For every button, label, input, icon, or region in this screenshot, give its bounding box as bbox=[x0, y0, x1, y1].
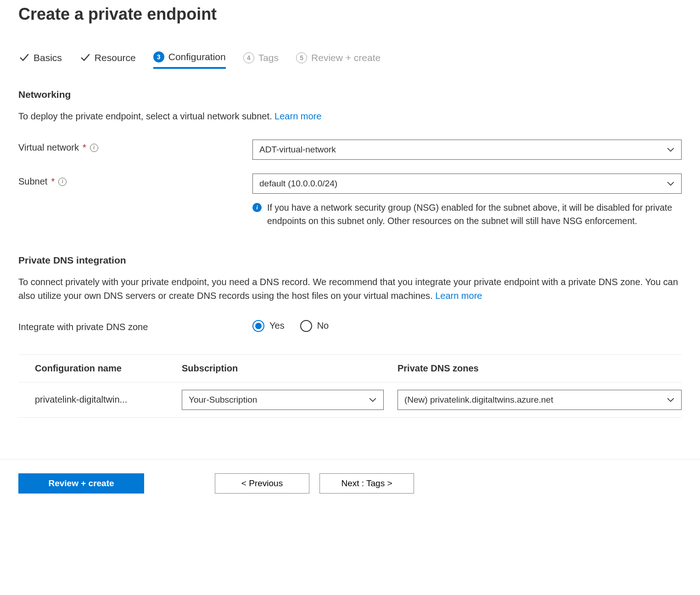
select-value: (New) privatelink.digitaltwins.azure.net bbox=[404, 395, 553, 405]
footer-divider bbox=[0, 459, 700, 460]
tab-label: Tags bbox=[258, 52, 279, 63]
column-subscription: Subscription bbox=[182, 363, 398, 374]
chevron-down-icon bbox=[666, 180, 675, 188]
cell-configuration-name: privatelink-digitaltwin... bbox=[35, 394, 182, 405]
checkmark-icon bbox=[18, 52, 29, 63]
learn-more-link[interactable]: Learn more bbox=[435, 291, 482, 301]
learn-more-link[interactable]: Learn more bbox=[274, 111, 321, 121]
dns-heading: Private DNS integration bbox=[18, 255, 682, 266]
virtual-network-label: Virtual network * i bbox=[18, 140, 252, 153]
dns-zones-table: Configuration name Subscription Private … bbox=[18, 354, 682, 418]
wizard-tabs: Basics Resource 3 Configuration 4 Tags 5… bbox=[18, 51, 682, 69]
integrate-dns-radio-group: Yes No bbox=[252, 319, 329, 332]
radio-icon bbox=[252, 320, 264, 332]
column-configuration-name: Configuration name bbox=[35, 363, 182, 374]
radio-yes[interactable]: Yes bbox=[252, 320, 285, 332]
tab-label: Basics bbox=[34, 52, 62, 63]
required-asterisk-icon: * bbox=[51, 176, 55, 187]
info-icon: i bbox=[252, 203, 262, 212]
table-header: Configuration name Subscription Private … bbox=[18, 355, 682, 382]
networking-description: To deploy the private endpoint, select a… bbox=[18, 109, 682, 123]
tab-label: Resource bbox=[95, 52, 136, 63]
column-private-dns-zones: Private DNS zones bbox=[398, 363, 682, 374]
select-value: ADT-virtual-network bbox=[259, 145, 336, 155]
page-title: Create a private endpoint bbox=[18, 5, 682, 24]
tab-label: Review + create bbox=[311, 52, 381, 63]
networking-heading: Networking bbox=[18, 89, 682, 100]
checkmark-icon bbox=[79, 52, 90, 63]
info-icon[interactable]: i bbox=[90, 144, 98, 152]
tab-tags[interactable]: 4 Tags bbox=[243, 52, 279, 68]
next-button[interactable]: Next : Tags > bbox=[319, 473, 414, 494]
step-number-icon: 5 bbox=[296, 52, 307, 63]
nsg-note: i If you have a network security group (… bbox=[252, 201, 682, 228]
chevron-down-icon bbox=[666, 396, 675, 404]
chevron-down-icon bbox=[369, 396, 377, 404]
dns-description: To connect privately with your private e… bbox=[18, 275, 682, 303]
select-value: default (10.0.0.0/24) bbox=[259, 179, 337, 189]
footer-buttons: Review + create < Previous Next : Tags > bbox=[18, 473, 682, 508]
step-number-icon: 4 bbox=[243, 52, 254, 63]
required-asterisk-icon: * bbox=[83, 142, 86, 153]
radio-icon bbox=[300, 320, 312, 332]
chevron-down-icon bbox=[666, 146, 675, 154]
tab-resource[interactable]: Resource bbox=[79, 52, 136, 68]
radio-no[interactable]: No bbox=[300, 320, 329, 332]
tab-label: Configuration bbox=[168, 51, 226, 62]
subscription-select[interactable]: Your-Subscription bbox=[182, 390, 384, 410]
tab-basics[interactable]: Basics bbox=[18, 52, 62, 68]
integrate-dns-label: Integrate with private DNS zone bbox=[18, 319, 252, 332]
table-row: privatelink-digitaltwin... Your-Subscrip… bbox=[18, 382, 682, 418]
step-number-icon: 3 bbox=[153, 51, 164, 62]
subnet-select[interactable]: default (10.0.0.0/24) bbox=[252, 174, 682, 194]
tab-review-create[interactable]: 5 Review + create bbox=[296, 52, 381, 68]
info-icon[interactable]: i bbox=[58, 178, 67, 186]
review-create-button[interactable]: Review + create bbox=[18, 473, 144, 494]
select-value: Your-Subscription bbox=[189, 395, 257, 405]
dns-zone-select[interactable]: (New) privatelink.digitaltwins.azure.net bbox=[398, 390, 682, 410]
previous-button[interactable]: < Previous bbox=[215, 473, 309, 494]
subnet-label: Subnet * i bbox=[18, 174, 252, 187]
virtual-network-select[interactable]: ADT-virtual-network bbox=[252, 140, 682, 160]
tab-configuration[interactable]: 3 Configuration bbox=[153, 51, 226, 69]
